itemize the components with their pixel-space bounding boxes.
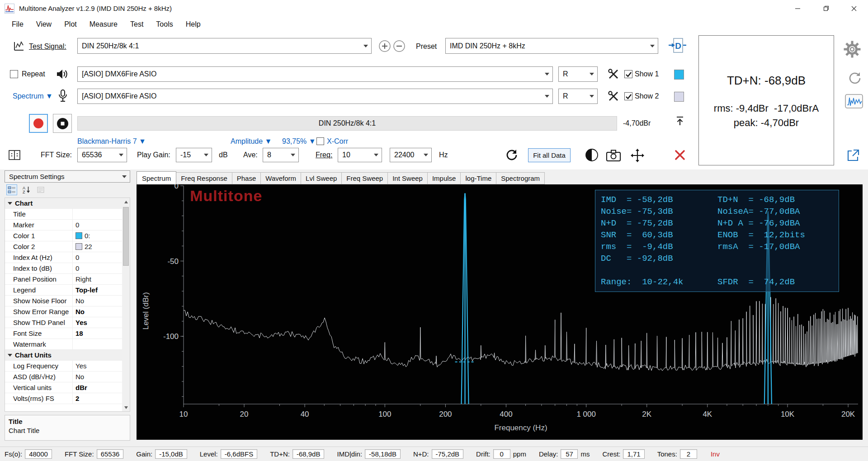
- tab-log-time[interactable]: log-Time: [461, 172, 496, 184]
- chevron-down-icon[interactable]: [586, 89, 597, 103]
- alphabetical-sort-icon[interactable]: AZ: [21, 184, 32, 195]
- tab-impulse[interactable]: Impulse: [428, 172, 461, 184]
- close-button[interactable]: [840, 0, 868, 17]
- menu-test[interactable]: Test: [124, 17, 150, 32]
- pop-out-icon[interactable]: [846, 148, 860, 163]
- property-row-show-thd-panel[interactable]: Show THD PanelYes: [5, 317, 123, 328]
- pan-move-icon[interactable]: [630, 148, 645, 163]
- chevron-down-icon[interactable]: [360, 38, 371, 53]
- tab-freq-response[interactable]: Freq Response: [176, 172, 232, 184]
- property-row-marker[interactable]: Marker0: [5, 220, 123, 230]
- chevron-down-icon[interactable]: [542, 89, 552, 103]
- microphone-icon[interactable]: [57, 89, 69, 103]
- menu-view[interactable]: View: [30, 17, 58, 32]
- chevron-down-icon[interactable]: [116, 148, 127, 162]
- remove-signal-button[interactable]: [393, 40, 406, 52]
- property-row-show-noise-floor[interactable]: Show Noise FloorNo: [5, 296, 123, 306]
- play-gain-combo[interactable]: -15: [176, 148, 212, 162]
- scrollbar[interactable]: [122, 198, 130, 411]
- freq-low-combo[interactable]: 10: [338, 148, 382, 162]
- settings-selector[interactable]: Spectrum Settings: [5, 170, 130, 183]
- history-circle-icon[interactable]: [847, 71, 863, 86]
- property-row-watermark[interactable]: Watermark: [5, 339, 123, 350]
- xcorr-checkbox[interactable]: [316, 137, 324, 145]
- chevron-down-icon[interactable]: [420, 148, 431, 162]
- clear-icon[interactable]: [673, 148, 687, 162]
- fft-size-combo[interactable]: 65536: [77, 148, 127, 162]
- freq-high-combo[interactable]: 22400: [390, 148, 432, 162]
- property-row-volts-rms-fs[interactable]: Volts(rms) FS2: [5, 393, 123, 404]
- average-combo[interactable]: 8: [263, 148, 299, 162]
- property-row-panel-position[interactable]: Panel PositionRight: [5, 274, 123, 285]
- property-group-chart-units[interactable]: Chart Units: [5, 350, 123, 361]
- tab-phase[interactable]: Phase: [232, 172, 261, 184]
- refresh-icon[interactable]: [505, 148, 519, 162]
- show1-checkbox[interactable]: [624, 70, 632, 78]
- speaker-icon[interactable]: [55, 68, 69, 80]
- scroll-down-button[interactable]: [122, 404, 130, 411]
- amplitude-selector[interactable]: Amplitude ▼: [231, 137, 272, 146]
- input-device-combo[interactable]: [ASIO] DMX6Fire ASIO: [77, 89, 553, 104]
- chevron-down-icon[interactable]: [542, 67, 552, 81]
- chevron-down-icon[interactable]: [288, 148, 298, 162]
- repeat-checkbox[interactable]: [10, 70, 18, 78]
- property-row-log-frequency[interactable]: Log FrequencyYes: [5, 361, 123, 372]
- input-channel-combo[interactable]: R: [558, 89, 598, 104]
- tab-freq-sweep[interactable]: Freq Sweep: [342, 172, 388, 184]
- chevron-down-icon[interactable]: [647, 38, 658, 53]
- property-row-font-size[interactable]: Font Size18: [5, 328, 123, 339]
- menu-file[interactable]: File: [5, 17, 30, 32]
- add-signal-button[interactable]: [378, 40, 391, 52]
- camera-icon[interactable]: [606, 149, 621, 162]
- chevron-down-icon[interactable]: [201, 148, 212, 162]
- playback-progress-bar[interactable]: DIN 250Hz/8k 4:1: [77, 116, 617, 131]
- fit-all-data-button[interactable]: Fit all Data: [528, 148, 571, 162]
- tab-int-sweep[interactable]: Int Sweep: [388, 172, 428, 184]
- restore-button[interactable]: [812, 0, 840, 17]
- menu-tools[interactable]: Tools: [150, 17, 179, 32]
- menu-measure[interactable]: Measure: [83, 17, 124, 32]
- trace2-color-swatch[interactable]: [674, 92, 684, 102]
- gear-icon[interactable]: [844, 41, 861, 58]
- output-channel-combo[interactable]: R: [558, 66, 598, 82]
- invert-indicator[interactable]: Inv: [711, 450, 720, 458]
- property-row-show-error-range[interactable]: Show Error RangeNo: [5, 306, 123, 317]
- show2-checkbox[interactable]: [624, 92, 632, 100]
- property-row-vertical-units[interactable]: Vertical unitsdBr: [5, 382, 123, 393]
- property-row-color-1[interactable]: Color 10:: [5, 230, 123, 241]
- output-device-combo[interactable]: [ASIO] DMX6Fire ASIO: [77, 66, 553, 82]
- tab-lvl-sweep[interactable]: Lvl Sweep: [301, 172, 342, 184]
- input-settings-wrench-icon[interactable]: [607, 90, 620, 103]
- load-preset-icon[interactable]: D: [668, 37, 687, 54]
- window-function-selector[interactable]: Blackman-Harris 7 ▼: [77, 137, 146, 146]
- preset-combo[interactable]: IMD DIN 250Hz + 8kHz: [445, 38, 658, 54]
- menu-help[interactable]: Help: [179, 17, 207, 32]
- minimize-button[interactable]: [784, 0, 812, 17]
- categorized-view-icon[interactable]: [6, 184, 17, 195]
- tab-waveform[interactable]: Waveform: [261, 172, 301, 184]
- scroll-to-top-icon[interactable]: [674, 115, 686, 127]
- waveform-preview-icon[interactable]: [845, 94, 863, 108]
- scroll-up-button[interactable]: [122, 198, 130, 206]
- split-panel-icon[interactable]: [8, 149, 21, 161]
- property-row-color-2[interactable]: Color 222: [5, 241, 123, 252]
- trace1-color-swatch[interactable]: [674, 70, 684, 80]
- amplitude-value-selector[interactable]: 93,75% ▼: [282, 137, 316, 146]
- menu-plot[interactable]: Plot: [58, 17, 83, 32]
- tab-spectrogram[interactable]: Spectrogram: [496, 172, 545, 184]
- property-row-asd-db-hz[interactable]: ASD (dB/√Hz)No: [5, 372, 123, 382]
- spectrum-chart[interactable]: 0-50-1001020401002004001 0002K4K10K20KLe…: [137, 184, 863, 440]
- input-mode-selector[interactable]: Spectrum ▼: [13, 92, 53, 100]
- output-settings-wrench-icon[interactable]: [607, 68, 620, 80]
- contrast-icon[interactable]: [585, 148, 599, 162]
- property-row-index-at-hz[interactable]: Index At (Hz)0: [5, 252, 123, 263]
- chevron-down-icon[interactable]: [371, 148, 382, 162]
- property-row-index-to-db[interactable]: Index to (dB)0: [5, 263, 123, 274]
- test-signal-icon[interactable]: [13, 40, 25, 52]
- tab-spectrum[interactable]: Spectrum: [137, 171, 176, 185]
- property-group-chart[interactable]: Chart: [5, 198, 123, 209]
- chevron-down-icon[interactable]: [119, 175, 130, 178]
- record-button[interactable]: [29, 114, 48, 133]
- test-signal-combo[interactable]: DIN 250Hz/8k 4:1: [77, 38, 372, 54]
- chevron-down-icon[interactable]: [586, 67, 597, 81]
